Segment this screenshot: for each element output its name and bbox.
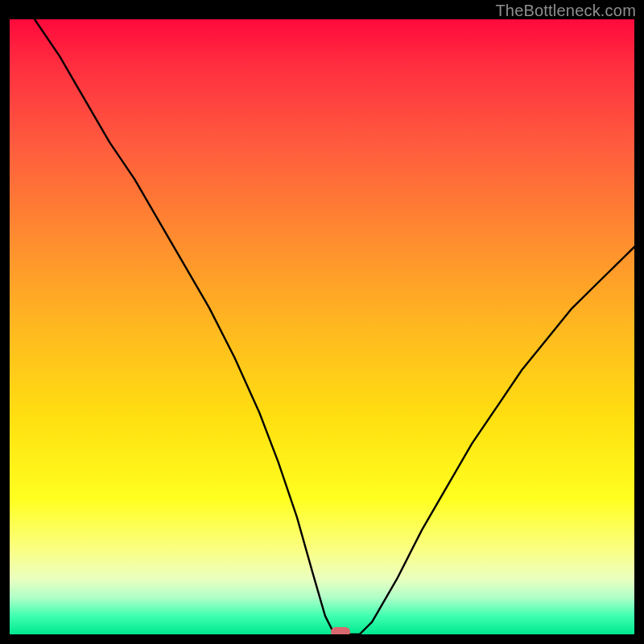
- optimal-point-marker: [331, 627, 350, 634]
- watermark-text: TheBottleneck.com: [495, 2, 636, 20]
- bottleneck-curve: [10, 19, 634, 634]
- plot-area: [10, 19, 634, 634]
- chart-frame: TheBottleneck.com: [0, 0, 644, 644]
